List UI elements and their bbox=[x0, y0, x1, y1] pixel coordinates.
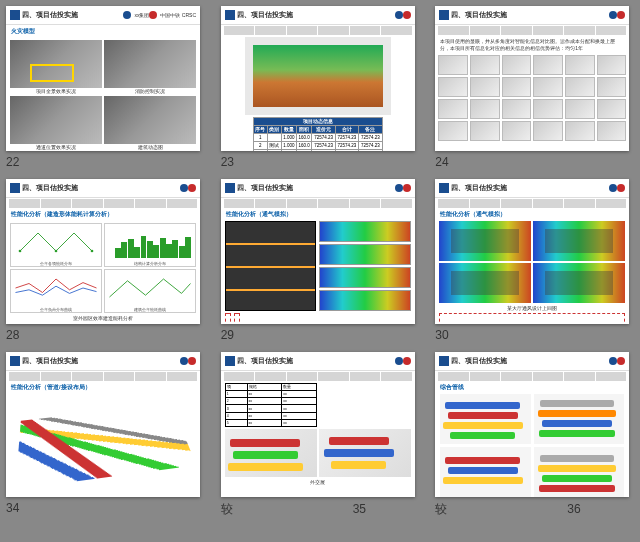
logo-right: 中国中铁 CRSC bbox=[149, 11, 196, 19]
chart-3: 全年负荷分布曲线 bbox=[10, 269, 102, 313]
data-table: 项目动态信息 序号类别数量面积造价元合计备注 11.000160.072574.… bbox=[253, 117, 383, 151]
spec-table: 项规格数量1xxxx2xxxx3xxxx4xxxx5xxxx bbox=[225, 383, 317, 427]
svg-point-0 bbox=[19, 250, 22, 253]
logo-left: xx集团 bbox=[123, 11, 149, 19]
slide-24[interactable]: 四、项目估投实施 本项目使用的显眼，并从多角度对智能化信息对比图。运作成本分配和… bbox=[435, 6, 634, 175]
tabs bbox=[224, 26, 412, 35]
slide-36[interactable]: 四、项目估投实施 综合管线 较 36 bbox=[435, 352, 634, 524]
chart-2: 结构计算分析分布 bbox=[104, 223, 196, 267]
slide-22[interactable]: 四、项目估投实施 xx集团 中国中铁 CRSC 火灾模型 项目全景效果实况 消防… bbox=[6, 6, 205, 175]
header-title: 四、项目估投实施 bbox=[22, 10, 123, 20]
bim-model bbox=[10, 394, 196, 489]
chart-4: 建筑全年能耗曲线 bbox=[104, 269, 196, 313]
svg-point-2 bbox=[91, 250, 94, 253]
pipe-model-1 bbox=[440, 394, 531, 444]
pipe-model-3 bbox=[440, 447, 531, 497]
image-2 bbox=[104, 40, 196, 88]
slide-23[interactable]: 四、项目估投实施 项目动态信息 序号类别数量面积造价元合计备注 11.00016… bbox=[221, 6, 420, 175]
pipe-model-4 bbox=[534, 447, 625, 497]
cad-image bbox=[319, 383, 411, 427]
slide-30[interactable]: 四、项目估投实施 性能化分析（通气模拟） 某大厅通风设计上回图 30 bbox=[435, 179, 634, 348]
slide-34[interactable]: 四、项目估投实施 性能化分析（管道/接设布局） 34 bbox=[6, 352, 205, 524]
heatmap-panels bbox=[319, 221, 411, 311]
bim-detail-2 bbox=[319, 429, 411, 477]
slide-number: 22 bbox=[6, 155, 205, 169]
heatmap-grid bbox=[439, 221, 625, 303]
svg-point-1 bbox=[55, 250, 58, 253]
image-4 bbox=[104, 96, 196, 144]
slide-28[interactable]: 四、项目估投实施 性能化分析（建造形体能耗计算分析） 全年各项能耗分布 结构计算… bbox=[6, 179, 205, 348]
note-box bbox=[225, 313, 231, 324]
bim-detail-1 bbox=[225, 429, 317, 477]
slide-35[interactable]: 四、项目估投实施 项规格数量1xxxx2xxxx3xxxx4xxxx5xxxx … bbox=[221, 352, 420, 524]
image-3 bbox=[10, 96, 102, 144]
slide-29[interactable]: 四、项目估投实施 性能化分析（通气模拟） 项目作区通风环境分析图 29 bbox=[221, 179, 420, 348]
subtitle: 火灾模型 bbox=[11, 27, 195, 36]
parts-grid bbox=[438, 55, 626, 141]
section-panels bbox=[225, 221, 317, 311]
image-1 bbox=[10, 40, 102, 88]
pipe-model-2 bbox=[534, 394, 625, 444]
chart-1: 全年各项能耗分布 bbox=[10, 223, 102, 267]
description-text: 本项目使用的显眼，并从多角度对智能化信息对比图。运作成本分配和换最上层分，本项目… bbox=[440, 38, 624, 52]
slide-header: 四、项目估投实施 xx集团 中国中铁 CRSC bbox=[6, 6, 200, 25]
map-image bbox=[245, 37, 391, 115]
